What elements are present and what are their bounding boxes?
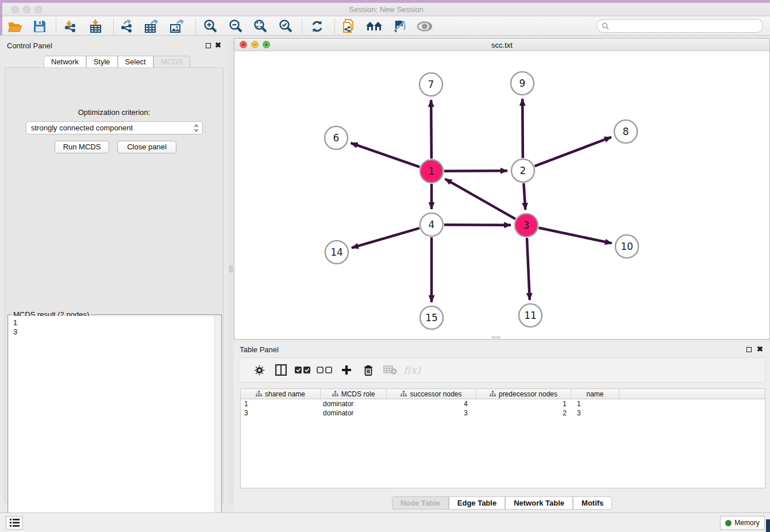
float-table-panel-icon[interactable] — [746, 347, 752, 352]
export-network-icon — [120, 20, 134, 33]
flag-slash-icon — [392, 20, 406, 33]
node-label-15: 15 — [425, 312, 438, 323]
import-table-button[interactable] — [86, 18, 106, 34]
tab-network-table[interactable]: Network Table — [505, 496, 573, 510]
column-header-successor-nodes[interactable]: successor nodes — [387, 389, 476, 399]
node-label-6: 6 — [333, 132, 340, 144]
network-overview-button[interactable] — [364, 18, 384, 34]
open-file-button[interactable] — [6, 18, 25, 34]
network-window: × – + scc.txt 1234678910111415 — [234, 38, 770, 340]
edge-4-14[interactable] — [352, 228, 419, 248]
memory-label: Memory — [734, 519, 759, 527]
float-panel-icon[interactable] — [206, 43, 211, 48]
save-session-button[interactable] — [30, 18, 49, 34]
import-network-icon — [63, 20, 78, 33]
edge-2-3[interactable] — [523, 183, 525, 210]
edge-1-2[interactable] — [444, 171, 507, 171]
import-table-icon — [89, 20, 103, 33]
divider-handle-icon[interactable] — [229, 265, 233, 272]
zoom-out-button[interactable] — [226, 18, 245, 34]
node-label-11: 11 — [524, 310, 537, 321]
zoom-in-icon — [203, 19, 218, 33]
close-panel-button[interactable]: Close panel — [117, 141, 176, 153]
canvas-resize-handle[interactable] — [491, 336, 500, 338]
column-label: shared name — [265, 390, 305, 398]
deselect-all-button[interactable] — [314, 367, 336, 374]
refresh-view-button[interactable] — [307, 18, 327, 34]
column-header-shared-name[interactable]: shared name — [241, 389, 321, 399]
table-row[interactable]: 3dominator323 — [241, 408, 765, 418]
edge-3-11[interactable] — [527, 238, 530, 300]
table-cell: 3 — [571, 408, 619, 418]
zoom-out-icon — [229, 19, 243, 33]
add-row-button[interactable] — [336, 365, 357, 375]
network-window-titlebar[interactable]: × – + scc.txt — [234, 38, 769, 51]
export-network-button[interactable] — [117, 18, 137, 34]
table-body: 1dominator4113dominator323 — [241, 399, 765, 418]
main-toolbar — [2, 17, 770, 36]
resize-grip[interactable] — [766, 519, 770, 532]
mcds-result-list[interactable]: 1 3 — [9, 316, 214, 528]
memory-status-icon — [725, 520, 732, 526]
criterion-value: strongly connected component — [31, 124, 133, 132]
edge-2-8[interactable] — [535, 137, 611, 167]
column-header-MCDS-role[interactable]: MCDS role — [321, 389, 387, 399]
zoom-fit-button[interactable] — [251, 18, 270, 34]
birdseye-view-button[interactable] — [415, 18, 434, 34]
tab-motifs[interactable]: Motifs — [573, 496, 612, 510]
criterion-dropdown[interactable]: strongly connected component — [26, 121, 203, 134]
export-image-button[interactable] — [167, 18, 187, 34]
node-table[interactable]: shared nameMCDS rolesuccessor nodesprede… — [240, 388, 765, 488]
tab-network[interactable]: Network — [44, 56, 86, 68]
panel-divider[interactable] — [228, 38, 234, 506]
delete-row-button[interactable] — [357, 365, 379, 376]
table-settings-button[interactable] — [248, 365, 270, 376]
hierarchy-icon — [401, 391, 407, 397]
delete-table-button[interactable] — [379, 365, 401, 375]
select-all-button[interactable] — [292, 367, 314, 374]
export-table-button[interactable] — [142, 18, 161, 34]
close-table-panel-icon[interactable]: ✖ — [757, 345, 763, 353]
function-builder-button[interactable]: f(x) — [401, 364, 423, 376]
task-history-button[interactable] — [6, 516, 23, 530]
tab-style[interactable]: Style — [86, 56, 118, 68]
search-icon — [602, 22, 609, 30]
result-scrollbar[interactable] — [214, 316, 221, 528]
status-bar: Memory — [0, 512, 770, 532]
tab-select[interactable]: Select — [118, 56, 153, 68]
import-network-button[interactable] — [61, 18, 80, 34]
search-input[interactable] — [609, 21, 763, 31]
hierarchy-icon — [490, 391, 496, 397]
column-header-name[interactable]: name — [571, 389, 619, 399]
hide-graphics-details-button[interactable] — [390, 18, 409, 34]
columns-icon — [275, 364, 287, 376]
clone-network-button[interactable] — [339, 18, 359, 34]
edge-4-3[interactable] — [444, 225, 511, 225]
network-canvas[interactable]: 1234678910111415 — [234, 51, 769, 341]
edge-3-1[interactable] — [445, 179, 515, 219]
table-row[interactable]: 1dominator411 — [241, 399, 765, 408]
titlebar: Session: New Session — [2, 3, 770, 16]
edge-2-9[interactable] — [522, 99, 523, 158]
table-cell: 3 — [241, 408, 321, 418]
edge-1-7[interactable] — [431, 100, 432, 159]
result-item: 1 — [13, 318, 214, 327]
column-layout-button[interactable] — [270, 364, 292, 376]
table-panel-title: Table Panel — [240, 345, 279, 354]
trash-icon — [364, 365, 373, 376]
zoom-selected-button[interactable] — [276, 18, 295, 34]
close-panel-icon[interactable]: ✖ — [215, 41, 221, 49]
memory-button[interactable]: Memory — [720, 516, 765, 530]
column-label: predecessor nodes — [499, 390, 557, 398]
column-header-predecessor-nodes[interactable]: predecessor nodes — [476, 389, 571, 399]
node-label-10: 10 — [621, 241, 633, 252]
edge-3-10[interactable] — [539, 228, 612, 244]
tab-node-table[interactable]: Node Table — [392, 496, 449, 510]
column-label: name — [586, 390, 603, 398]
tab-mcds[interactable]: MCDS — [153, 56, 190, 68]
tab-edge-table[interactable]: Edge Table — [449, 496, 505, 510]
edge-1-6[interactable] — [351, 143, 419, 167]
run-mcds-button[interactable]: Run MCDS — [55, 141, 109, 153]
zoom-in-button[interactable] — [201, 18, 220, 34]
toolbar-separator — [302, 18, 302, 34]
